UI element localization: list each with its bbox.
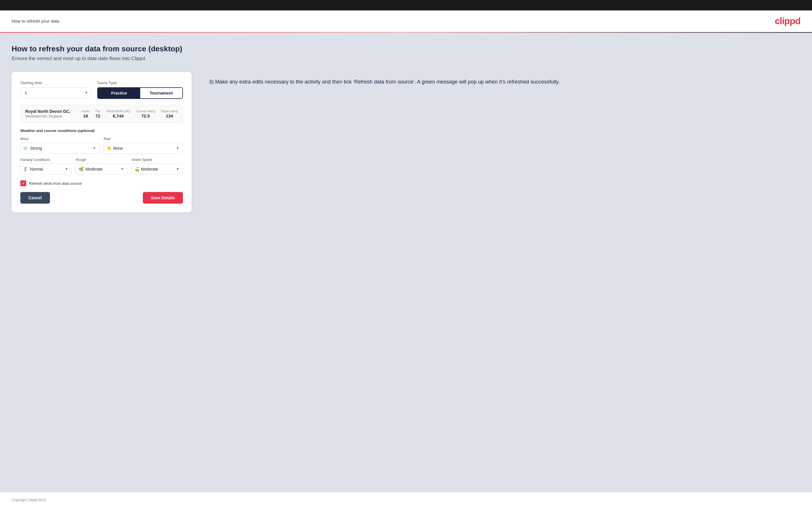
par-value: 72 xyxy=(96,113,100,118)
copyright-text: Copyright Clippd 2022 xyxy=(12,498,46,502)
rough-field: Rough 🌿 Moderate ▼ xyxy=(76,158,127,175)
holes-value: 18 xyxy=(82,113,90,118)
rough-label: Rough xyxy=(76,158,127,162)
wind-field: Wind 💨 Strong ▼ xyxy=(20,137,100,154)
sidebar-description: 3) Make any extra edits necessary to the… xyxy=(209,78,800,86)
header-title: How to refresh your data xyxy=(12,18,59,23)
yards-value: 6,744 xyxy=(106,113,130,118)
par-label: Par xyxy=(96,109,100,113)
wind-select[interactable]: Strong xyxy=(20,143,100,154)
weather-grid: Wind 💨 Strong ▼ Rain ☀️ None xyxy=(20,137,183,154)
holes-label: Holes xyxy=(82,109,90,113)
green-speed-select[interactable]: Moderate xyxy=(132,164,183,175)
wind-select-wrapper: 💨 Strong ▼ xyxy=(20,143,100,154)
practice-button[interactable]: Practice xyxy=(98,88,140,98)
starting-hole-label: Starting Hole xyxy=(20,80,92,85)
starting-hole-select[interactable]: 1 xyxy=(20,87,92,98)
holes-stat: Holes 18 xyxy=(82,109,90,118)
slope-rating-label: Slope rating xyxy=(161,109,178,113)
game-type-col: Game Type Practice Tournament xyxy=(97,80,183,99)
header: How to refresh your data clippd xyxy=(0,10,812,32)
course-stats: Holes 18 Par 72 Yards/White (M)) 6,744 C… xyxy=(82,109,178,118)
checkmark-icon: ✓ xyxy=(22,181,25,186)
course-row: Royal North Devon GC, Westward Ho!, Engl… xyxy=(20,105,183,123)
form-card: Starting Hole 1 ▼ Game Type Practice Tou… xyxy=(12,72,192,212)
starting-hole-col: Starting Hole 1 ▼ xyxy=(20,80,92,98)
fairway-label: Fairway Conditions xyxy=(20,158,72,162)
yards-stat: Yards/White (M)) 6,744 xyxy=(106,109,130,118)
rain-field: Rain ☀️ None ▼ xyxy=(104,137,183,154)
course-rating-value: 72.5 xyxy=(136,113,155,118)
game-type-label: Game Type xyxy=(97,80,183,85)
course-name: Royal North Devon GC, xyxy=(25,109,76,114)
button-row: Cancel Save Details xyxy=(20,192,183,204)
course-rating-stat: Course rating 72.5 xyxy=(136,109,155,118)
page-heading: How to refresh your data from source (de… xyxy=(12,44,800,53)
green-speed-label: Green Speed xyxy=(132,158,183,162)
top-fields-row: Starting Hole 1 ▼ Game Type Practice Tou… xyxy=(20,80,183,99)
rain-label: Rain xyxy=(104,137,183,141)
footer: Copyright Clippd 2022 xyxy=(0,493,812,507)
weather-section-title: Weather and course conditions (optional) xyxy=(20,128,183,133)
top-bar xyxy=(0,0,812,10)
course-info: Royal North Devon GC, Westward Ho!, Engl… xyxy=(25,109,76,118)
slope-rating-value: 134 xyxy=(161,113,178,118)
main-content: How to refresh your data from source (de… xyxy=(0,33,812,493)
save-button[interactable]: Save Details xyxy=(143,192,183,204)
conditions-grid: Fairway Conditions 🏌️ Normal ▼ Rough 🌿 xyxy=(20,158,183,175)
refresh-checkbox-label: Refresh shots from data source xyxy=(29,181,82,186)
course-location: Westward Ho!, England xyxy=(25,114,76,118)
wind-label: Wind xyxy=(20,137,100,141)
yards-label: Yards/White (M)) xyxy=(106,109,130,113)
game-type-toggle: Practice Tournament xyxy=(97,87,183,99)
rain-select-wrapper: ☀️ None ▼ xyxy=(104,143,183,154)
fairway-field: Fairway Conditions 🏌️ Normal ▼ xyxy=(20,158,72,175)
tournament-button[interactable]: Tournament xyxy=(140,88,182,98)
sidebar-text: 3) Make any extra edits necessary to the… xyxy=(209,72,800,86)
cancel-button[interactable]: Cancel xyxy=(20,192,50,204)
fairway-select[interactable]: Normal xyxy=(20,164,72,175)
course-rating-label: Course rating xyxy=(136,109,155,113)
logo: clippd xyxy=(775,16,800,26)
green-speed-select-wrapper: ⛳ Moderate ▼ xyxy=(132,164,183,175)
green-speed-field: Green Speed ⛳ Moderate ▼ xyxy=(132,158,183,175)
rough-select-wrapper: 🌿 Moderate ▼ xyxy=(76,164,127,175)
rain-select[interactable]: None xyxy=(104,143,183,154)
fairway-select-wrapper: 🏌️ Normal ▼ xyxy=(20,164,72,175)
starting-hole-wrapper: 1 ▼ xyxy=(20,87,92,98)
refresh-checkbox-row: ✓ Refresh shots from data source xyxy=(20,180,183,186)
page-subheading: Ensure the correct and most up to date d… xyxy=(12,56,800,61)
par-stat: Par 72 xyxy=(96,109,100,118)
content-row: Starting Hole 1 ▼ Game Type Practice Tou… xyxy=(12,72,800,212)
rough-select[interactable]: Moderate xyxy=(76,164,127,175)
slope-rating-stat: Slope rating 134 xyxy=(161,109,178,118)
refresh-checkbox[interactable]: ✓ xyxy=(20,180,26,186)
